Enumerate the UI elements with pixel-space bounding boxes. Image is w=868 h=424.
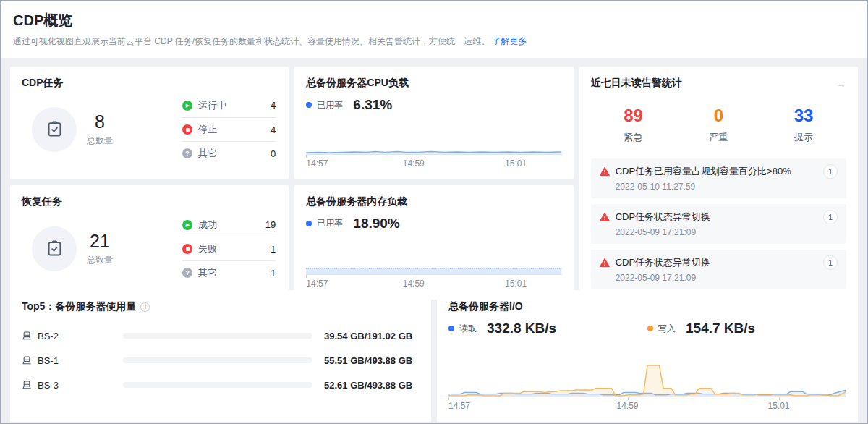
cpu-chart-xaxis: 14:5714:5915:01 [306, 155, 561, 169]
cdp-tasks-title: CDP任务 [22, 77, 277, 90]
cdp-tasks-status-list: ▶ 运行中 4 停止 4 ? 其它 [182, 93, 276, 165]
page-subtitle-text: 通过可视化视图直观展示当前云平台 CDP 任务/恢复任务的数量和状态统计、容量使… [13, 36, 490, 46]
memory-load-card: 总备份服务器内存负载 已用率 18.90% 14:5714:5915:01 [294, 185, 573, 300]
middle-column: 总备份服务器CPU负载 已用率 6.31% 14:5714:5915:01 总备… [294, 67, 573, 300]
status-label: 其它 [198, 266, 217, 279]
memory-chart-xaxis: 14:5714:5915:01 [306, 275, 561, 289]
top5-row: BS-1 55.51 GB/493.88 GB [22, 348, 420, 373]
io-card: 总备份服务器I/O 读取 332.8 KB/s 写入 154.7 KB/s [437, 290, 858, 422]
status-row-failed: 失败 1 [182, 237, 276, 260]
top5-row: BS-2 39.54 GB/191.02 GB [22, 323, 420, 348]
x-axis-tick [306, 275, 307, 278]
legend-dot-blue [448, 326, 454, 331]
cpu-card-title: 总备份服务器CPU负载 [306, 77, 561, 90]
x-axis-tick [779, 397, 780, 400]
memory-legend-label: 已用率 [317, 217, 343, 229]
status-value: 0 [271, 148, 276, 159]
alert-title: CDP任务已用容量占规划容量百分比>80% [616, 165, 823, 178]
info-icon[interactable]: i [140, 302, 150, 312]
restore-tasks-total-value: 21 [87, 231, 113, 252]
usage-bar-track [123, 357, 312, 363]
x-axis-label: 14:59 [403, 279, 425, 289]
top5-header: Top5：备份服务器使用量 i [22, 300, 420, 313]
memory-card-title: 总备份服务器内存负载 [306, 195, 561, 208]
x-axis-label: 14:59 [616, 401, 638, 411]
clipboard-icon [32, 107, 77, 152]
top5-card: Top5：备份服务器使用量 i BS-2 39.54 GB/191.02 GB … [10, 290, 431, 422]
x-axis-label: 14:59 [403, 158, 425, 169]
x-axis-tick [414, 155, 414, 158]
status-label: 失败 [198, 242, 217, 255]
cdp-tasks-total-value: 8 [87, 111, 113, 132]
page-subtitle: 通过可视化视图直观展示当前云平台 CDP 任务/恢复任务的数量和状态统计、容量使… [13, 35, 855, 48]
x-axis-label: 15:01 [505, 279, 527, 289]
cpu-chart: 14:5714:5915:01 [306, 123, 561, 169]
server-name: BS-3 [38, 380, 123, 391]
x-axis-label: 15:01 [767, 401, 789, 411]
server-name: BS-1 [38, 355, 123, 366]
alert-title: CDP任务状态异常切换 [616, 256, 823, 269]
x-axis-label: 14:57 [306, 279, 328, 289]
stop-circle-icon [182, 244, 192, 254]
play-circle-icon: ▶ [182, 101, 192, 111]
warning-triangle-icon [600, 258, 610, 268]
io-read-value: 332.8 KB/s [487, 321, 556, 336]
status-label: 成功 [198, 219, 217, 232]
alert-stat-info: 33 提示 [761, 106, 846, 144]
status-value: 1 [271, 244, 276, 255]
info-label: 提示 [761, 131, 846, 144]
cpu-load-card: 总备份服务器CPU负载 已用率 6.31% 14:5714:5915:01 [294, 67, 573, 179]
status-label: 停止 [198, 123, 217, 136]
io-chart-xaxis: 14:5714:5915:01 [448, 397, 846, 412]
alert-stat-major: 0 严重 [676, 106, 761, 144]
io-write-label: 写入 [658, 323, 676, 335]
major-count: 0 [676, 106, 761, 126]
alert-count-badge: 1 [823, 164, 838, 179]
server-name: BS-2 [38, 331, 123, 342]
major-label: 严重 [676, 131, 761, 144]
page-header: CDP概览 通过可视化视图直观展示当前云平台 CDP 任务/恢复任务的数量和状态… [1, 1, 867, 58]
arrow-right-icon[interactable]: → [835, 77, 846, 90]
alerts-stats: 89 紧急 0 严重 33 提示 [591, 106, 846, 144]
learn-more-link[interactable]: 了解更多 [492, 36, 527, 46]
status-row-other: ? 其它 0 [182, 141, 276, 165]
dashboard-content: CDP任务 8 [1, 58, 867, 424]
restore-tasks-card: 恢复任务 21 [10, 185, 289, 300]
status-value: 1 [271, 268, 276, 279]
x-axis-tick [628, 397, 629, 400]
x-axis-tick [516, 155, 516, 158]
status-row-running: ▶ 运行中 4 [182, 93, 276, 117]
io-read-label: 读取 [459, 323, 477, 335]
io-card-title: 总备份服务器I/O [448, 300, 846, 313]
cdp-tasks-body: 8 总数量 ▶ 运行中 4 停止 [22, 90, 277, 169]
clipboard-icon [32, 226, 77, 271]
alert-count-badge: 1 [823, 255, 838, 270]
legend-dot-blue [306, 221, 312, 226]
alert-item[interactable]: CDP任务状态异常切换 1 2022-05-09 17:21:09 [591, 250, 846, 289]
alert-count-badge: 1 [823, 210, 838, 224]
status-label: 运行中 [198, 99, 226, 112]
cdp-tasks-total: 8 总数量 [87, 111, 113, 147]
warning-triangle-icon [600, 212, 610, 222]
status-label: 其它 [198, 147, 217, 160]
restore-tasks-title: 恢复任务 [22, 195, 277, 208]
io-legends: 读取 332.8 KB/s 写入 154.7 KB/s [448, 321, 846, 336]
page-title: CDP概览 [13, 11, 855, 30]
alert-item[interactable]: CDP任务已用容量占规划容量百分比>80% 1 2022-05-10 11:27… [591, 158, 846, 198]
io-write-value: 154.7 KB/s [686, 321, 755, 336]
alert-item[interactable]: CDP任务状态异常切换 1 2022-05-09 17:21:09 [591, 204, 846, 244]
memory-legend: 已用率 18.90% [306, 216, 561, 232]
cpu-legend: 已用率 6.31% [306, 97, 561, 113]
x-axis-label: 15:01 [505, 158, 527, 169]
status-row-other: ? 其它 1 [182, 260, 276, 284]
top-grid: CDP任务 8 [10, 67, 858, 284]
alert-timestamp: 2022-05-10 11:27:59 [616, 182, 838, 192]
io-chart: 14:5714:5915:01 [448, 360, 846, 412]
restore-tasks-total-block: 21 总数量 [32, 226, 162, 271]
restore-tasks-total: 21 总数量 [87, 231, 113, 266]
critical-count: 89 [591, 106, 676, 126]
play-circle-icon: ▶ [182, 220, 192, 230]
info-count: 33 [761, 106, 846, 126]
cpu-usage-chart-plot [306, 123, 561, 155]
x-axis-tick [414, 275, 414, 278]
